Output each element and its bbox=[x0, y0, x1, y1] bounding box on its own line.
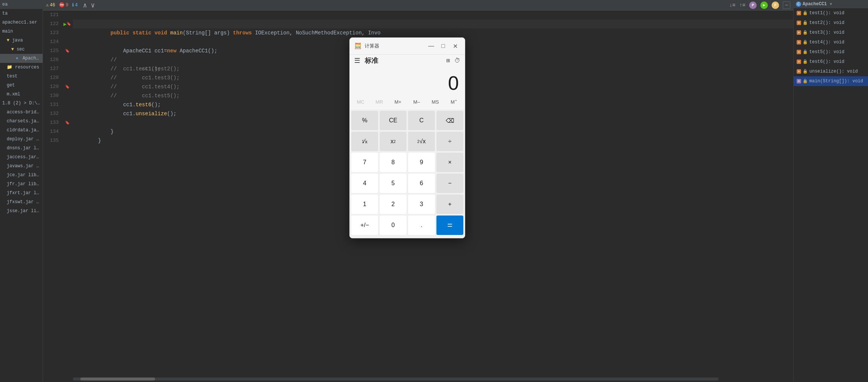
calc-titlebar-left: 🧮 计算器 bbox=[354, 42, 379, 50]
nav-down-icon[interactable]: ∨ bbox=[91, 1, 95, 9]
calc-backspace-button[interactable]: ⌫ bbox=[436, 111, 463, 130]
calc-reciprocal-button[interactable]: 1⁄x bbox=[351, 132, 378, 151]
lock-small-icon: 🔒 bbox=[803, 48, 808, 56]
sidebar-item-jdk[interactable]: 1.8 (2) > D:\code bbox=[0, 99, 43, 108]
calc-percent-button[interactable]: % bbox=[351, 111, 378, 130]
calc-maximize-button[interactable]: □ bbox=[438, 41, 448, 51]
sidebar-item-test[interactable]: test bbox=[0, 72, 43, 81]
method-test2[interactable]: m 🔒 test2(): void bbox=[794, 18, 868, 28]
horizontal-scrollbar[interactable] bbox=[73, 378, 719, 381]
calc-square-button[interactable]: x2 bbox=[380, 132, 407, 151]
nav-up-icon[interactable]: ∧ bbox=[83, 1, 87, 9]
calc-7-button[interactable]: 7 bbox=[351, 153, 378, 172]
method-main[interactable]: m 🔒 main(String[]): void bbox=[794, 76, 868, 86]
method-test4[interactable]: m 🔒 test4(): void bbox=[794, 37, 868, 47]
calc-display: 0 bbox=[350, 68, 465, 94]
file-tree-sidebar[interactable]: ea ta apachecc1.ser main ▼ java ▼ sec ● … bbox=[0, 0, 43, 382]
calc-ce-button[interactable]: CE bbox=[380, 111, 407, 130]
java-file-icon: ● bbox=[16, 56, 18, 61]
calc-2-button[interactable]: 2 bbox=[380, 195, 407, 214]
calc-equals-button[interactable]: = bbox=[436, 216, 463, 235]
calc-1-button[interactable]: 1 bbox=[351, 195, 378, 214]
method-test3[interactable]: m 🔒 test3(): void bbox=[794, 28, 868, 37]
calc-sqrt-button[interactable]: 2√x bbox=[408, 132, 435, 151]
calc-mv-button[interactable]: M˅ bbox=[445, 95, 463, 109]
calc-9-button[interactable]: 9 bbox=[408, 153, 435, 172]
sidebar-item-apachecc1[interactable]: ● ApacheCC1 bbox=[0, 54, 43, 63]
method-test5[interactable]: m 🔒 test5(): void bbox=[794, 47, 868, 57]
sidebar-item-ea[interactable]: ea bbox=[0, 0, 43, 9]
class-icon: C bbox=[796, 1, 801, 7]
sidebar-item-jce[interactable]: jce.jar library根 bbox=[0, 171, 43, 180]
sidebar-item-label: dnsns.jar library bbox=[7, 146, 43, 151]
sidebar-item-jsse[interactable]: jsse.jar library bbox=[0, 207, 43, 216]
sidebar-item-jfr[interactable]: jfr.jar library根 bbox=[0, 180, 43, 189]
build-icon[interactable]: F bbox=[772, 1, 779, 9]
sidebar-item-label: cldrdata.jar libr bbox=[7, 128, 43, 133]
calc-0-button[interactable]: 0 bbox=[380, 216, 407, 235]
lock-small-icon: 🔒 bbox=[803, 68, 808, 75]
calc-add-button[interactable]: + bbox=[436, 195, 463, 214]
calc-5-button[interactable]: 5 bbox=[380, 174, 407, 193]
method-unseialize[interactable]: m 🔒 unseialize(): void bbox=[794, 67, 868, 76]
calc-4-button[interactable]: 4 bbox=[351, 174, 378, 193]
calc-divide-button[interactable]: ÷ bbox=[436, 132, 463, 151]
calc-decimal-button[interactable]: . bbox=[408, 216, 435, 235]
calc-minimize-button[interactable]: — bbox=[426, 41, 436, 51]
calc-buttons[interactable]: % CE C ⌫ 1⁄x x2 2√x ÷ 7 8 9 × 4 5 bbox=[350, 109, 465, 238]
sidebar-item-sec[interactable]: ▼ sec bbox=[0, 45, 43, 54]
sidebar-item-access[interactable]: access-bridge-6 bbox=[0, 108, 43, 117]
calc-mplus-button[interactable]: M+ bbox=[389, 95, 407, 109]
sidebar-item-deploy[interactable]: deploy.jar libr bbox=[0, 135, 43, 144]
sidebar-item-resources[interactable]: 📁 resources bbox=[0, 63, 43, 72]
line-num-134: 134 bbox=[43, 127, 59, 136]
sort-up-icon[interactable]: ↑≡ bbox=[739, 2, 745, 8]
calc-titlebar-controls[interactable]: — □ ✕ bbox=[426, 41, 460, 51]
run-arrow-icon[interactable]: ▶ bbox=[64, 21, 67, 27]
calc-app-icon: 🧮 bbox=[354, 42, 362, 50]
calc-menu-icon[interactable]: ☰ bbox=[354, 56, 360, 65]
calc-memory-row[interactable]: MC MR M+ M– MS M˅ bbox=[350, 94, 465, 109]
calc-negate-button[interactable]: +/− bbox=[351, 216, 378, 235]
sidebar-item-get[interactable]: get bbox=[0, 81, 43, 90]
lock-small-icon: 🔒 bbox=[803, 19, 808, 27]
method-test1[interactable]: m 🔒 test1(): void bbox=[794, 8, 868, 18]
run-icon[interactable]: ▶ bbox=[760, 1, 768, 9]
sidebar-item-dnsns[interactable]: dnsns.jar library bbox=[0, 144, 43, 153]
sidebar-item-ta[interactable]: ta bbox=[0, 9, 43, 18]
calc-mc-button[interactable]: MC bbox=[351, 95, 370, 109]
calc-multiply-button[interactable]: × bbox=[436, 153, 463, 172]
sidebar-item-jaccess[interactable]: jaccess.jar libr bbox=[0, 153, 43, 162]
sidebar-item-charsets[interactable]: charsets.jar libr bbox=[0, 117, 43, 126]
calc-ms-button[interactable]: MS bbox=[426, 95, 445, 109]
calc-6-button[interactable]: 6 bbox=[408, 174, 435, 193]
method-test6[interactable]: m 🔒 test6(): void bbox=[794, 57, 868, 67]
sidebar-item-java[interactable]: ▼ java bbox=[0, 36, 43, 45]
calc-mr-button[interactable]: MR bbox=[370, 95, 389, 109]
calc-c-button[interactable]: C bbox=[408, 111, 435, 130]
sidebar-item-jfxswt[interactable]: jfxswt.jar library bbox=[0, 198, 43, 207]
calc-subtract-button[interactable]: − bbox=[436, 174, 463, 193]
calc-mminus-button[interactable]: M– bbox=[407, 95, 426, 109]
sidebar-item-apachecc1ser[interactable]: apachecc1.ser bbox=[0, 18, 43, 27]
line-num-129: 129 bbox=[43, 82, 59, 91]
calc-8-button[interactable]: 8 bbox=[380, 153, 407, 172]
calc-mode-icon[interactable]: ⊞ bbox=[446, 57, 450, 64]
calc-history-icon[interactable]: ⏱ bbox=[454, 57, 460, 64]
gutter-row-122[interactable]: ▶ 🔖 bbox=[62, 19, 73, 28]
calc-close-button[interactable]: ✕ bbox=[450, 41, 460, 51]
sidebar-item-jfxrt[interactable]: jfxrt.jar library根 bbox=[0, 189, 43, 198]
calc-result: 0 bbox=[448, 73, 459, 93]
scrollbar-thumb[interactable] bbox=[80, 378, 155, 381]
code-line-122: public static void main(String[] args) t… bbox=[73, 19, 793, 28]
sidebar-item-main[interactable]: main bbox=[0, 27, 43, 36]
calc-3-button[interactable]: 3 bbox=[408, 195, 435, 214]
minimize-btn[interactable]: — bbox=[783, 1, 790, 9]
sidebar-item-cldrdata[interactable]: cldrdata.jar libr bbox=[0, 126, 43, 135]
sidebar-item-javaws[interactable]: javaws.jar libr bbox=[0, 162, 43, 171]
calculator-window[interactable]: 🧮 计算器 — □ ✕ ☰ 标准 ⊞ ⏱ 0 MC MR M+ M– MS bbox=[349, 37, 465, 238]
sidebar-item-mxml[interactable]: m.xml bbox=[0, 90, 43, 99]
expand-icon[interactable]: ▼ bbox=[830, 2, 832, 6]
sort-down-icon[interactable]: ↓≡ bbox=[729, 2, 735, 8]
bookmark-icon-133: 🔖 bbox=[65, 120, 69, 125]
